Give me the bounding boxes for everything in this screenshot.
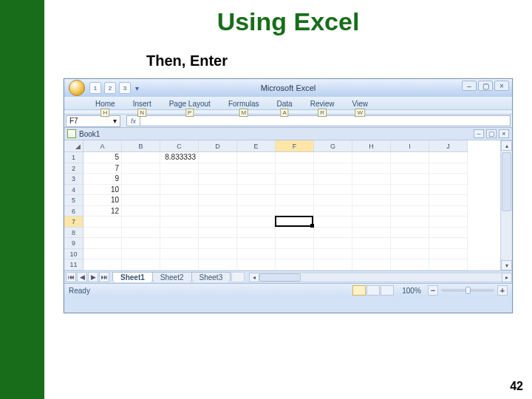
cell[interactable] bbox=[391, 152, 429, 163]
row-header[interactable]: 10 bbox=[64, 249, 83, 260]
cell[interactable] bbox=[276, 195, 314, 206]
cell[interactable] bbox=[160, 228, 199, 239]
tab-nav-first[interactable]: ⏮ bbox=[66, 272, 76, 282]
cell[interactable] bbox=[237, 206, 276, 217]
cell[interactable] bbox=[160, 195, 199, 206]
cell[interactable] bbox=[276, 238, 314, 249]
cell[interactable] bbox=[83, 259, 122, 270]
cell[interactable] bbox=[199, 216, 237, 228]
column-header[interactable]: C bbox=[160, 140, 199, 152]
qat-save-button[interactable]: 1 bbox=[89, 82, 101, 94]
cell[interactable] bbox=[276, 259, 314, 270]
tab-view[interactable]: View W bbox=[350, 98, 369, 109]
cell[interactable] bbox=[429, 228, 468, 239]
cell[interactable] bbox=[429, 152, 468, 163]
cell[interactable] bbox=[122, 238, 160, 249]
cell[interactable] bbox=[122, 249, 160, 260]
cell[interactable] bbox=[429, 238, 468, 249]
scroll-right-icon[interactable]: ▸ bbox=[502, 273, 512, 282]
sheet-tab[interactable]: Sheet3 bbox=[191, 272, 231, 282]
cell[interactable] bbox=[83, 228, 122, 239]
cell[interactable] bbox=[429, 174, 468, 185]
cell[interactable] bbox=[237, 152, 276, 163]
qat-redo-button[interactable]: 3 bbox=[119, 82, 131, 94]
cell[interactable] bbox=[276, 152, 314, 163]
cell[interactable] bbox=[391, 185, 429, 196]
column-header[interactable]: F bbox=[276, 140, 314, 152]
maximize-button[interactable]: ▢ bbox=[478, 81, 493, 91]
zoom-in-button[interactable]: + bbox=[497, 285, 508, 296]
cell[interactable]: 9 bbox=[83, 174, 122, 185]
cell[interactable] bbox=[83, 238, 122, 249]
view-page-layout-button[interactable] bbox=[366, 285, 380, 296]
cell[interactable] bbox=[314, 249, 352, 260]
tab-page-layout[interactable]: Page Layout P bbox=[168, 98, 212, 109]
zoom-out-button[interactable]: − bbox=[428, 285, 438, 296]
qat-undo-button[interactable]: 2 bbox=[104, 82, 116, 94]
tab-nav-last[interactable]: ⏭ bbox=[99, 272, 109, 282]
view-normal-button[interactable] bbox=[352, 285, 366, 296]
cell[interactable] bbox=[199, 163, 237, 174]
vscroll-thumb[interactable] bbox=[502, 152, 511, 211]
row-header[interactable]: 11 bbox=[64, 259, 83, 270]
cell[interactable] bbox=[160, 216, 199, 228]
cell[interactable] bbox=[160, 206, 199, 217]
cell[interactable] bbox=[314, 195, 352, 206]
close-button[interactable]: × bbox=[494, 81, 509, 91]
cell[interactable] bbox=[352, 249, 391, 260]
cell[interactable] bbox=[160, 259, 199, 270]
row-header[interactable]: 4 bbox=[64, 185, 83, 196]
cell[interactable] bbox=[314, 163, 352, 174]
cell[interactable] bbox=[314, 206, 352, 217]
scroll-down-icon[interactable]: ▾ bbox=[501, 260, 512, 270]
office-button[interactable] bbox=[69, 80, 85, 96]
cell[interactable]: 7 bbox=[83, 163, 122, 174]
row-header[interactable]: 7 bbox=[64, 216, 83, 228]
cell[interactable] bbox=[352, 152, 391, 163]
cell[interactable] bbox=[429, 163, 468, 174]
tab-nav-prev[interactable]: ◀ bbox=[77, 272, 87, 282]
cell[interactable] bbox=[276, 174, 314, 185]
cell[interactable] bbox=[276, 206, 314, 217]
column-header[interactable]: E bbox=[237, 140, 276, 152]
zoom-percent[interactable]: 100% bbox=[398, 287, 425, 295]
cell[interactable] bbox=[352, 174, 391, 185]
cell[interactable] bbox=[199, 206, 237, 217]
scroll-up-icon[interactable]: ▴ bbox=[501, 140, 512, 151]
cell[interactable] bbox=[276, 216, 314, 228]
cell[interactable]: 5 bbox=[83, 152, 122, 163]
cell[interactable] bbox=[122, 216, 160, 228]
cell[interactable] bbox=[352, 195, 391, 206]
cell[interactable] bbox=[237, 195, 276, 206]
cell[interactable] bbox=[391, 228, 429, 239]
cell[interactable] bbox=[199, 249, 237, 260]
cell[interactable] bbox=[160, 174, 199, 185]
tab-nav-next[interactable]: ▶ bbox=[88, 272, 98, 282]
cell[interactable] bbox=[83, 249, 122, 260]
cell[interactable] bbox=[122, 259, 160, 270]
cell[interactable] bbox=[160, 249, 199, 260]
cell[interactable] bbox=[314, 152, 352, 163]
cell[interactable]: 10 bbox=[83, 185, 122, 196]
cell[interactable] bbox=[429, 249, 468, 260]
cell[interactable] bbox=[237, 259, 276, 270]
cell[interactable] bbox=[391, 238, 429, 249]
cell[interactable] bbox=[199, 228, 237, 239]
cell[interactable] bbox=[352, 228, 391, 239]
row-header[interactable]: 3 bbox=[64, 174, 83, 185]
column-header[interactable]: I bbox=[391, 140, 429, 152]
row-header[interactable]: 5 bbox=[64, 195, 83, 206]
qat-dropdown-icon[interactable]: ▾ bbox=[134, 83, 140, 93]
row-header[interactable]: 9 bbox=[64, 238, 83, 249]
cell[interactable] bbox=[314, 259, 352, 270]
cell[interactable]: 12 bbox=[83, 206, 122, 217]
tab-formulas[interactable]: Formulas M bbox=[227, 98, 261, 109]
cell[interactable] bbox=[314, 216, 352, 228]
minimize-button[interactable]: – bbox=[462, 81, 477, 91]
cell[interactable] bbox=[199, 195, 237, 206]
cell[interactable] bbox=[314, 174, 352, 185]
column-header[interactable]: G bbox=[314, 140, 352, 152]
sheet-tab[interactable]: Sheet2 bbox=[152, 272, 192, 282]
scroll-left-icon[interactable]: ◂ bbox=[249, 273, 259, 282]
cell[interactable] bbox=[391, 249, 429, 260]
